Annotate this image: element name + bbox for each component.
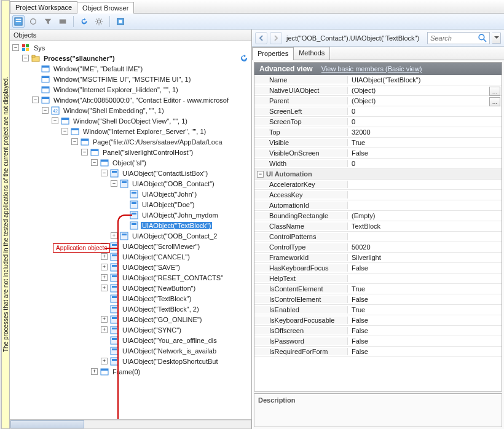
tree-item[interactable]: −Panel("silverlightControlHost"): [10, 147, 251, 157]
node-icon: [80, 138, 90, 146]
tree-item[interactable]: Window("MSCTFIME UI", "MSCTFIME UI", 1): [10, 74, 251, 84]
expand-icon[interactable]: −: [71, 138, 78, 145]
expand-icon[interactable]: −: [81, 149, 88, 155]
tree-item[interactable]: −Window("Internet Explorer_Server", "", …: [10, 126, 251, 136]
node-icon: [60, 117, 70, 125]
expand-icon[interactable]: −: [61, 128, 68, 135]
property-grid[interactable]: Advanced view View basic members (Basic …: [254, 62, 502, 392]
tree-item[interactable]: −Page("file:///C:/Users/sataev/AppData/L…: [10, 136, 251, 147]
property-row[interactable]: NameUIAObject("TextBlock"): [254, 75, 502, 85]
expand-icon[interactable]: −: [32, 96, 39, 103]
property-row[interactable]: HelpText: [254, 274, 502, 284]
view-basic-members-link[interactable]: View basic members (Basic view): [321, 65, 422, 73]
property-row[interactable]: AcceleratorKey: [254, 179, 502, 190]
expand-icon[interactable]: +: [101, 253, 108, 260]
tree-item[interactable]: −42Window("Shell Embedding", "", 1): [10, 105, 251, 116]
property-row[interactable]: IsRequiredForFormFalse: [254, 347, 502, 357]
store-button[interactable]: [114, 15, 127, 28]
group-ui-automation[interactable]: −UI Automation: [254, 169, 502, 179]
property-row[interactable]: IsContentElementTrue: [254, 284, 502, 294]
tree-item[interactable]: Window("Internet Explorer_Hidden", "", 1…: [10, 84, 251, 95]
expand-icon[interactable]: −: [101, 170, 108, 176]
back-button[interactable]: [255, 32, 267, 44]
property-row[interactable]: Top32000: [254, 127, 502, 138]
tree-item[interactable]: UIAObject("John"): [10, 189, 251, 199]
settings-button[interactable]: [93, 15, 105, 28]
tree-item[interactable]: −Sys: [10, 42, 251, 53]
property-name: HelpText: [254, 275, 348, 282]
svg-rect-11: [26, 48, 29, 51]
object-tree[interactable]: −Sys−Process("sllauncher")Window("IME", …: [10, 41, 251, 419]
property-row[interactable]: ScreenTop0: [254, 117, 502, 127]
property-row[interactable]: Parent(Object)…: [254, 96, 502, 106]
property-row[interactable]: Width0: [254, 159, 502, 169]
expand-icon[interactable]: +: [101, 326, 108, 333]
expand-icon[interactable]: −: [91, 159, 98, 166]
toolbar-btn-4[interactable]: [57, 15, 69, 28]
expand-icon[interactable]: +: [101, 358, 108, 364]
property-row[interactable]: IsControlElementFalse: [254, 294, 502, 305]
expand-icon[interactable]: +: [91, 368, 98, 375]
property-row[interactable]: IsEnabledTrue: [254, 305, 502, 315]
tree-item[interactable]: −Window("Afx:00850000:0", "Contact Edito…: [10, 95, 251, 105]
property-row[interactable]: BoundingRectangle(Empty): [254, 211, 502, 221]
svg-rect-31: [91, 149, 98, 151]
node-label: Window("Shell Embedding", "", 1): [62, 107, 165, 114]
property-value: 0: [348, 118, 502, 125]
refresh-icon[interactable]: [239, 54, 249, 63]
expand-icon[interactable]: −: [111, 180, 117, 187]
tree-item[interactable]: Window("IME", "Default IME"): [10, 63, 251, 74]
search-icon[interactable]: [478, 33, 487, 44]
expand-icon[interactable]: +: [111, 232, 117, 239]
horizontal-scrollbar[interactable]: [10, 419, 251, 429]
tree-item[interactable]: −Process("sllauncher"): [10, 53, 251, 63]
node-icon: [100, 368, 109, 376]
property-row[interactable]: NativeUIAObject(Object)…: [254, 85, 502, 96]
svg-rect-19: [42, 87, 49, 89]
expand-icon[interactable]: +: [101, 274, 108, 281]
property-row[interactable]: ControlPatterns: [254, 232, 502, 242]
node-icon: [129, 190, 139, 199]
property-row[interactable]: AutomationId: [254, 200, 502, 211]
tab-properties[interactable]: Properties: [252, 47, 294, 60]
property-row[interactable]: ScreenLeft0: [254, 106, 502, 117]
toolbar-btn-3[interactable]: [42, 15, 54, 28]
property-row[interactable]: ControlType50020: [254, 242, 502, 253]
expand-icon[interactable]: −: [52, 117, 58, 124]
ellipsis-button[interactable]: …: [489, 87, 500, 96]
tab-object-browser[interactable]: Object Browser: [77, 2, 134, 14]
svg-rect-29: [81, 139, 89, 141]
search-input[interactable]: [430, 34, 478, 42]
ellipsis-button[interactable]: …: [489, 97, 500, 106]
filter-mode-button[interactable]: [12, 15, 25, 28]
toolbar-btn-2[interactable]: [27, 15, 39, 28]
tab-project-workspace[interactable]: Project Workspace: [10, 1, 77, 13]
expand-icon[interactable]: −: [12, 44, 19, 51]
search-box[interactable]: [427, 32, 490, 44]
refresh-button[interactable]: [78, 15, 90, 28]
tree-item[interactable]: −UIAObject("OOB_Contact"): [10, 178, 251, 189]
tree-item[interactable]: −Object("sl"): [10, 157, 251, 168]
expand-icon[interactable]: +: [101, 285, 108, 291]
tree-item[interactable]: UIAObject("Doe"): [10, 199, 251, 210]
expand-icon[interactable]: +: [101, 264, 108, 270]
expand-icon[interactable]: −: [22, 55, 29, 61]
property-row[interactable]: ClassNameTextBlock: [254, 221, 502, 232]
expand-icon[interactable]: +: [101, 316, 108, 323]
property-row[interactable]: FrameworkIdSilverlight: [254, 253, 502, 263]
property-row[interactable]: IsOffscreenFalse: [254, 326, 502, 336]
svg-rect-13: [32, 55, 35, 57]
tab-methods[interactable]: Methods: [293, 47, 330, 60]
tree-item[interactable]: −Window("Shell DocObject View", "", 1): [10, 116, 251, 126]
property-row[interactable]: VisibleOnScreenFalse: [254, 148, 502, 159]
property-row[interactable]: IsKeyboardFocusableFalse: [254, 315, 502, 326]
tree-item[interactable]: −UIAObject("ContactListBox"): [10, 168, 251, 178]
search-dropdown[interactable]: [492, 33, 501, 44]
property-name: IsKeyboardFocusable: [254, 317, 348, 324]
forward-button[interactable]: [270, 32, 282, 44]
expand-icon[interactable]: −: [42, 107, 49, 114]
property-row[interactable]: AccessKey: [254, 190, 502, 200]
property-row[interactable]: HasKeyboardFocusFalse: [254, 263, 502, 274]
property-row[interactable]: VisibleTrue: [254, 138, 502, 148]
property-row[interactable]: IsPasswordFalse: [254, 336, 502, 347]
